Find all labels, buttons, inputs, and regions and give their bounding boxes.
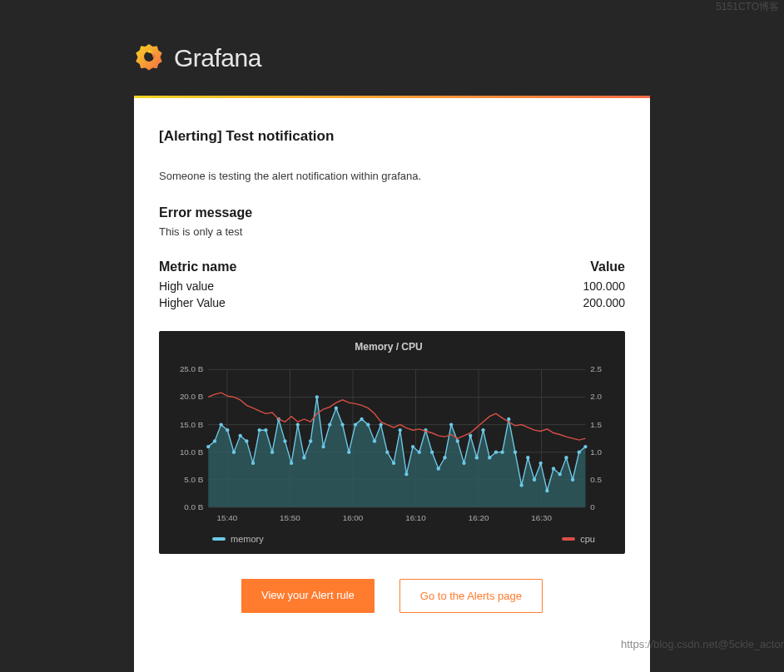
metric-name: Higher Value [159,296,226,309]
svg-point-73 [475,456,479,459]
svg-point-52 [340,422,344,426]
svg-text:25.0 B: 25.0 B [180,364,204,373]
chart-panel: Memory / CPU 0.0 B05.0 B0.510.0 B1.015.0… [159,331,625,554]
svg-text:0.5: 0.5 [590,475,602,484]
svg-point-63 [411,445,414,448]
svg-point-86 [558,472,562,476]
svg-point-54 [354,422,357,426]
svg-point-83 [539,462,543,465]
svg-point-77 [500,451,504,454]
svg-point-51 [335,407,338,410]
svg-point-82 [533,478,536,482]
svg-point-71 [462,462,465,465]
svg-point-56 [366,422,370,426]
svg-text:15.0 B: 15.0 B [180,420,204,429]
chart-title: Memory / CPU [167,341,610,353]
svg-text:20.0 B: 20.0 B [180,392,204,401]
svg-text:16:00: 16:00 [343,513,364,522]
svg-point-36 [238,434,241,437]
email-card: Grafana [Alerting] Test notification Som… [134,33,650,672]
svg-point-78 [507,418,510,421]
legend-swatch-memory [212,537,226,541]
svg-point-34 [226,428,229,432]
legend-label: memory [231,534,264,544]
svg-point-37 [245,439,248,442]
svg-point-58 [379,422,382,426]
svg-point-32 [213,439,216,442]
svg-point-66 [430,451,434,454]
svg-point-62 [404,472,408,476]
svg-point-38 [251,462,255,465]
watermark-top: 5151CTO博客 [716,0,779,14]
svg-text:16:10: 16:10 [405,513,426,522]
go-to-alerts-page-button[interactable]: Go to the Alerts page [399,579,543,613]
svg-point-72 [469,434,472,437]
svg-point-88 [571,478,574,482]
svg-text:15:50: 15:50 [280,513,300,522]
svg-point-67 [437,467,440,470]
legend-label: cpu [580,534,595,544]
metrics-table: Metric name Value High value 100.000 Hig… [159,259,625,309]
svg-point-53 [347,451,350,454]
table-row: Higher Value 200.000 [159,296,625,309]
alert-subtitle: Someone is testing the alert notificatio… [159,170,625,182]
svg-point-60 [392,462,395,465]
svg-point-75 [488,456,491,459]
svg-point-55 [360,418,363,421]
svg-text:1.5: 1.5 [590,420,602,429]
svg-text:2.0: 2.0 [590,392,602,401]
brand-header: Grafana [134,33,650,96]
actions-row: View your Alert rule Go to the Alerts pa… [159,579,625,613]
chart-legend: memory cpu [167,532,610,544]
view-alert-rule-button[interactable]: View your Alert rule [241,579,375,613]
chart-svg: 0.0 B05.0 B0.510.0 B1.015.0 B1.520.0 B2.… [167,358,610,532]
svg-point-31 [206,445,210,448]
svg-point-50 [328,422,331,426]
svg-point-84 [545,489,548,492]
svg-point-81 [526,456,529,459]
svg-point-48 [315,395,319,398]
svg-text:5.0 B: 5.0 B [184,475,203,484]
svg-point-45 [296,422,300,426]
svg-point-59 [385,451,389,454]
svg-point-64 [418,451,421,454]
svg-point-49 [321,445,325,448]
svg-point-70 [456,439,459,442]
svg-point-43 [283,439,286,442]
metrics-header-name: Metric name [159,259,236,274]
svg-text:15:40: 15:40 [217,513,238,522]
svg-text:1.0: 1.0 [590,447,602,457]
watermark-bottom: https://blog.csdn.net@5ckle_actor [621,638,784,650]
brand-name: Grafana [174,44,261,72]
svg-point-79 [514,451,517,454]
svg-point-90 [583,445,587,448]
svg-point-47 [309,439,312,442]
table-row: High value 100.000 [159,279,625,293]
legend-swatch-cpu [562,537,575,541]
svg-text:16:30: 16:30 [531,513,552,522]
legend-item-memory: memory [212,534,264,544]
svg-point-85 [552,467,555,470]
svg-text:2.5: 2.5 [590,364,602,373]
metric-name: High value [159,279,214,293]
svg-text:0.0 B: 0.0 B [184,502,203,511]
error-heading: Error message [159,205,625,220]
metric-value: 100.000 [583,279,625,293]
svg-point-68 [443,456,446,459]
error-body: This is only a test [159,225,625,238]
svg-text:10.0 B: 10.0 B [180,447,204,457]
svg-point-74 [481,428,484,432]
grafana-logo-icon [134,42,164,75]
svg-text:0: 0 [590,502,595,511]
email-content: [Alerting] Test notification Someone is … [134,98,650,672]
svg-text:16:20: 16:20 [469,513,489,522]
svg-point-41 [270,451,274,454]
svg-point-87 [564,456,568,459]
svg-point-57 [373,439,376,442]
svg-point-46 [302,456,305,459]
svg-point-80 [519,483,523,487]
svg-point-33 [219,422,222,426]
legend-item-cpu: cpu [562,534,595,544]
alert-title: [Alerting] Test notification [159,128,625,145]
metrics-header-value: Value [590,259,625,274]
